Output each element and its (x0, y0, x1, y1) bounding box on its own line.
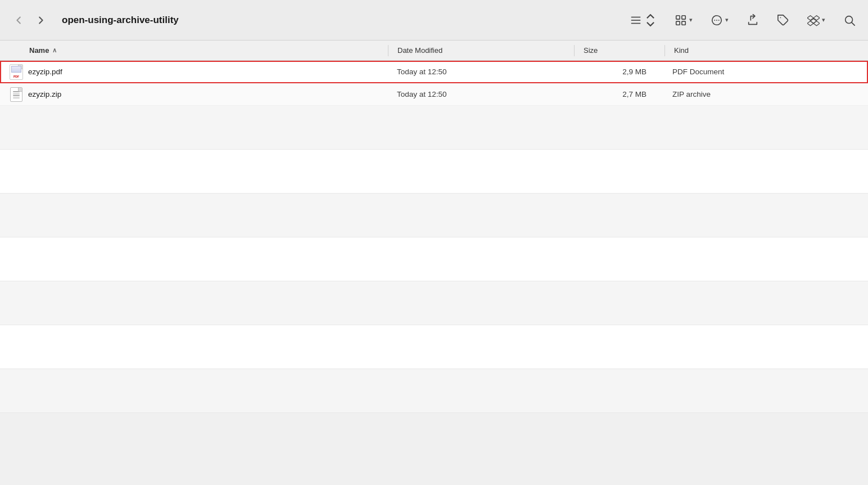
tag-button[interactable] (774, 12, 793, 29)
zip-file-icon (9, 86, 24, 103)
column-kind[interactable]: Kind (665, 46, 868, 55)
svg-point-9 (716, 20, 717, 21)
grid-view-button[interactable]: ▾ (671, 12, 696, 29)
svg-line-18 (852, 23, 855, 25)
column-size[interactable]: Size (575, 46, 664, 55)
empty-row-2 (0, 150, 868, 194)
svg-rect-6 (682, 21, 685, 24)
table-row[interactable]: ezyzip.zip Today at 12:50 2,7 MB ZIP arc… (0, 83, 868, 106)
list-view-button[interactable] (626, 12, 660, 29)
file-kind-cell: ZIP archive (663, 90, 868, 98)
empty-row-3 (0, 194, 868, 237)
svg-point-10 (718, 20, 720, 21)
empty-row-6 (0, 325, 868, 369)
empty-row-4 (0, 237, 868, 281)
search-button[interactable] (840, 12, 859, 29)
pdf-file-icon: PDF (9, 64, 24, 80)
toolbar-controls: ▾ ▾ (626, 12, 859, 29)
svg-point-8 (714, 20, 715, 21)
toolbar: open-using-archive-utility ▾ (0, 0, 868, 41)
file-date-cell: Today at 12:50 (388, 90, 573, 98)
more-options-button[interactable]: ▾ (707, 12, 732, 29)
table-row[interactable]: PDF ezyzip.pdf Today at 12:50 2,9 MB PDF… (0, 61, 868, 83)
file-kind-cell: PDF Document (663, 68, 868, 76)
column-date-modified[interactable]: Date Modified (388, 46, 574, 55)
sort-arrow-icon: ∧ (52, 47, 57, 54)
file-name-cell: PDF ezyzip.pdf (0, 64, 388, 80)
svg-rect-5 (676, 21, 680, 24)
file-list: PDF ezyzip.pdf Today at 12:50 2,9 MB PDF… (0, 61, 868, 106)
share-button[interactable] (743, 12, 762, 29)
svg-rect-4 (682, 15, 685, 19)
navigation-buttons (9, 10, 51, 30)
empty-row-1 (0, 106, 868, 150)
forward-button[interactable] (30, 10, 51, 30)
column-name[interactable]: Name ∧ (0, 46, 388, 55)
file-name: ezyzip.pdf (28, 68, 62, 76)
file-name-cell: ezyzip.zip (0, 86, 388, 103)
svg-marker-15 (807, 21, 813, 25)
empty-row-5 (0, 281, 868, 325)
svg-marker-16 (813, 21, 820, 25)
svg-rect-3 (676, 15, 680, 19)
grid-view-chevron: ▾ (689, 16, 693, 24)
window-title: open-using-archive-utility (60, 15, 624, 26)
file-date-cell: Today at 12:50 (388, 68, 573, 76)
file-name: ezyzip.zip (28, 90, 61, 98)
file-size-cell: 2,9 MB (573, 68, 663, 76)
column-headers: Name ∧ Date Modified Size Kind (0, 41, 868, 61)
dropbox-button[interactable]: ▾ (804, 12, 829, 29)
empty-row-7 (0, 369, 868, 413)
dropbox-chevron: ▾ (822, 16, 825, 24)
more-options-chevron: ▾ (725, 16, 729, 24)
back-button[interactable] (9, 10, 29, 30)
file-size-cell: 2,7 MB (573, 90, 663, 98)
